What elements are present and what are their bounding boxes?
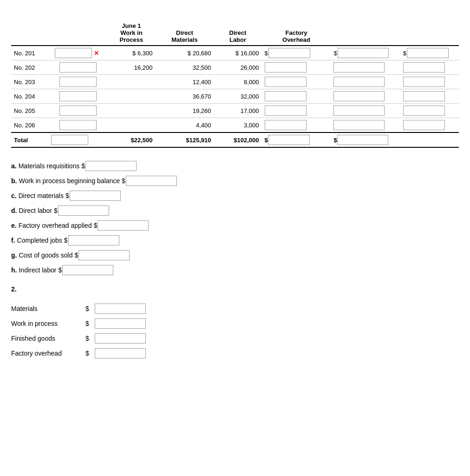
dollar-sign: $ xyxy=(85,305,95,312)
unit-cost-input[interactable] xyxy=(403,77,445,87)
total-cost-input[interactable] xyxy=(333,91,385,101)
unit-cost-input[interactable] xyxy=(403,106,445,116)
direct-labor-cell: $ 16,000 xyxy=(214,46,261,60)
qa-label-h: h. xyxy=(11,266,17,274)
june-wp-cell: $ 6,300 xyxy=(107,46,155,60)
total-cost-input[interactable] xyxy=(333,62,385,73)
dollar-sign: $ xyxy=(65,192,69,199)
unit-cost-input[interactable] xyxy=(403,120,445,130)
qa-row-e: e.Factory overhead applied$ xyxy=(11,220,459,231)
june-wp-cell xyxy=(107,104,155,118)
quantity-input[interactable] xyxy=(59,77,97,87)
table-row: No. 2064,4003,000 xyxy=(11,118,459,133)
qa-input-c[interactable] xyxy=(70,191,121,201)
dollar-sign: $ xyxy=(74,251,78,259)
col-unit-cost xyxy=(400,20,459,46)
qa-text-c: Direct materials xyxy=(19,192,64,199)
dollar-sign: $ xyxy=(58,266,62,274)
quantity-input[interactable] xyxy=(59,120,97,130)
quantity-input[interactable] xyxy=(59,91,97,101)
unit-cost-cell xyxy=(400,118,459,133)
qa-text-e: Factory overhead applied xyxy=(19,222,92,229)
total-row: Total$22,500$125,910$102,000$$ xyxy=(11,132,459,147)
factory-overhead-input[interactable] xyxy=(265,62,307,73)
quantity-cell: ✕ xyxy=(48,46,107,60)
qa-input-f[interactable] xyxy=(68,235,119,245)
balance-input[interactable] xyxy=(95,348,146,358)
quantity-cell xyxy=(48,104,107,118)
factory-overhead-cell xyxy=(262,118,331,133)
quantity-input[interactable] xyxy=(59,62,97,73)
qa-row-c: c.Direct materials$ xyxy=(11,191,459,201)
direct-materials-cell: 36,670 xyxy=(155,89,214,104)
job-no-cell: No. 204 xyxy=(11,89,48,104)
total-cost-input[interactable] xyxy=(333,77,385,87)
unit-cost-input[interactable] xyxy=(403,91,445,101)
total-cost-input[interactable] xyxy=(333,106,385,116)
unit-cost-cell: $ xyxy=(400,46,459,60)
quantity-cell xyxy=(48,118,107,133)
unit-cost-input[interactable] xyxy=(407,48,449,58)
unit-cost-cell xyxy=(400,104,459,118)
total-cost-input[interactable] xyxy=(337,135,388,145)
qa-input-h[interactable] xyxy=(62,265,113,275)
direct-labor-cell: 3,000 xyxy=(214,118,261,133)
direct-materials-cell: $ 20,680 xyxy=(155,46,214,60)
balance-input[interactable] xyxy=(95,333,146,344)
total-cost-cell xyxy=(331,104,400,118)
qa-label-g: g. xyxy=(11,251,17,259)
total-direct-labor: $102,000 xyxy=(214,132,261,147)
total-cost-input[interactable] xyxy=(338,48,389,58)
qa-input-a[interactable] xyxy=(85,161,137,171)
unit-cost-input[interactable] xyxy=(403,62,445,73)
qa-label-e: e. xyxy=(11,222,17,229)
balance-label: Work in process xyxy=(11,320,85,327)
qa-text-b: Work in process beginning balance xyxy=(19,177,120,185)
direct-materials-cell: 12,400 xyxy=(155,75,214,89)
job-cost-table: June 1Work inProcess DirectMaterials Dir… xyxy=(11,20,459,148)
qa-input-e[interactable] xyxy=(98,220,149,231)
balance-input[interactable] xyxy=(95,304,146,314)
qa-input-b[interactable] xyxy=(126,176,177,186)
col-june-wp: June 1Work inProcess xyxy=(107,20,155,46)
table-row: No. 20519,26017,000 xyxy=(11,104,459,118)
table-row: No. 20216,20032,50026,000 xyxy=(11,60,459,75)
job-no-cell: No. 203 xyxy=(11,75,48,89)
qa-text-f: Completed jobs xyxy=(17,237,62,244)
total-label: Total xyxy=(11,132,48,147)
col-quantity xyxy=(48,20,107,46)
qa-input-g[interactable] xyxy=(78,250,130,260)
total-cost-input[interactable] xyxy=(333,120,385,130)
direct-labor-cell: 8,000 xyxy=(214,75,261,89)
factory-overhead-input[interactable] xyxy=(265,77,307,87)
col-direct-labor: DirectLabor xyxy=(214,20,261,46)
quantity-cell xyxy=(48,75,107,89)
total-qty-input[interactable] xyxy=(51,135,88,145)
factory-overhead-input[interactable] xyxy=(265,91,307,101)
factory-overhead-input[interactable] xyxy=(265,120,307,130)
dollar-sign: $ xyxy=(64,237,68,244)
total-unit-cost xyxy=(400,132,459,147)
dollar-sign: $ xyxy=(85,335,95,342)
direct-labor-cell: 26,000 xyxy=(214,60,261,75)
total-june-wp: $22,500 xyxy=(107,132,155,147)
factory-overhead-input[interactable] xyxy=(265,106,307,116)
qa-text-h: Indirect labor xyxy=(19,266,56,274)
dollar-sign: $ xyxy=(54,207,58,214)
job-no-cell: No. 201 xyxy=(11,46,48,60)
june-wp-cell xyxy=(107,118,155,133)
quantity-input[interactable] xyxy=(55,48,92,58)
balance-input[interactable] xyxy=(95,318,146,329)
table-row: No. 201✕$ 6,300$ 20,680$ 16,000$$$ xyxy=(11,46,459,60)
total-cost-cell xyxy=(331,75,400,89)
qa-label-d: d. xyxy=(11,207,17,214)
job-no-cell: No. 205 xyxy=(11,104,48,118)
unit-cost-cell xyxy=(400,89,459,104)
col-total-cost xyxy=(331,20,400,46)
qa-input-d[interactable] xyxy=(58,205,109,216)
total-factory-overhead-input[interactable] xyxy=(268,135,310,145)
table-row: No. 20312,4008,000 xyxy=(11,75,459,89)
factory-overhead-input[interactable] xyxy=(268,48,310,58)
total-cost-cell xyxy=(331,89,400,104)
quantity-input[interactable] xyxy=(59,106,97,116)
